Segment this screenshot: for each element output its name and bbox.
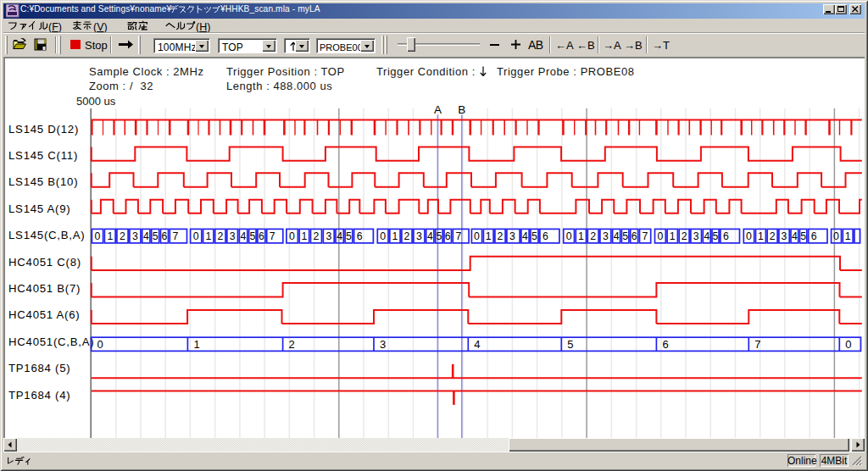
svg-text:3: 3 bbox=[416, 230, 422, 242]
svg-text:0: 0 bbox=[289, 230, 295, 242]
svg-text:3: 3 bbox=[380, 338, 386, 351]
svg-text:4: 4 bbox=[522, 230, 528, 242]
svg-text:6: 6 bbox=[632, 230, 637, 242]
svg-text:6: 6 bbox=[357, 230, 363, 242]
svg-text:TP1684 (4): TP1684 (4) bbox=[8, 389, 70, 402]
svg-text:4: 4 bbox=[704, 230, 709, 242]
svg-text:0: 0 bbox=[566, 230, 572, 242]
svg-text:3: 3 bbox=[782, 230, 787, 242]
svg-text:7: 7 bbox=[455, 230, 461, 242]
svg-text:B: B bbox=[458, 103, 465, 116]
svg-text:4: 4 bbox=[427, 230, 433, 242]
svg-text:2: 2 bbox=[682, 230, 687, 242]
svg-text:2: 2 bbox=[498, 230, 504, 242]
svg-text:HC4051 A(6): HC4051 A(6) bbox=[8, 308, 80, 321]
svg-text:5: 5 bbox=[153, 230, 159, 242]
svg-text:HC4051 C(8): HC4051 C(8) bbox=[8, 256, 81, 269]
svg-text:7: 7 bbox=[172, 230, 178, 242]
svg-text:TP1684 (5): TP1684 (5) bbox=[8, 362, 70, 374]
svg-text:0: 0 bbox=[380, 230, 386, 242]
svg-text:1: 1 bbox=[670, 230, 676, 242]
svg-text:LS145 B(10): LS145 B(10) bbox=[8, 175, 78, 188]
svg-text:4: 4 bbox=[143, 230, 149, 242]
svg-text:6: 6 bbox=[542, 230, 548, 242]
svg-text:1: 1 bbox=[193, 338, 199, 351]
svg-text:3: 3 bbox=[326, 230, 331, 242]
svg-text:7: 7 bbox=[754, 338, 760, 351]
svg-text:0: 0 bbox=[474, 230, 480, 242]
svg-text:0: 0 bbox=[193, 230, 199, 242]
svg-text:1: 1 bbox=[845, 230, 851, 242]
svg-text:LS145(C,B,A): LS145(C,B,A) bbox=[8, 229, 85, 241]
svg-text:4: 4 bbox=[241, 230, 247, 242]
svg-text:HC4051(C,B,A): HC4051(C,B,A) bbox=[8, 335, 94, 348]
svg-text:2: 2 bbox=[217, 230, 223, 242]
svg-text:0: 0 bbox=[94, 230, 100, 242]
svg-text:LS145 C(11): LS145 C(11) bbox=[8, 149, 78, 162]
svg-text:4: 4 bbox=[614, 230, 620, 242]
svg-text:4: 4 bbox=[792, 230, 798, 242]
svg-text:4: 4 bbox=[337, 230, 342, 242]
svg-text:5: 5 bbox=[437, 230, 442, 242]
svg-text:LS145 D(12): LS145 D(12) bbox=[8, 123, 79, 136]
svg-text:2: 2 bbox=[404, 230, 410, 242]
svg-text:0: 0 bbox=[657, 230, 663, 242]
svg-text:5: 5 bbox=[249, 230, 255, 242]
svg-text:1: 1 bbox=[758, 230, 764, 242]
svg-text:4: 4 bbox=[474, 338, 480, 351]
svg-text:3: 3 bbox=[132, 230, 138, 242]
svg-text:3: 3 bbox=[230, 230, 236, 242]
svg-text:6: 6 bbox=[662, 338, 668, 351]
svg-text:5: 5 bbox=[531, 230, 537, 242]
svg-text:1: 1 bbox=[302, 230, 308, 242]
svg-text:7: 7 bbox=[270, 230, 275, 242]
svg-text:1: 1 bbox=[392, 230, 398, 242]
svg-text:3: 3 bbox=[693, 230, 699, 242]
svg-text:3: 3 bbox=[509, 230, 515, 242]
svg-text:LS145 A(9): LS145 A(9) bbox=[8, 202, 70, 215]
svg-text:3: 3 bbox=[603, 230, 609, 242]
svg-text:1: 1 bbox=[578, 230, 584, 242]
svg-text:2: 2 bbox=[590, 230, 596, 242]
svg-text:1: 1 bbox=[107, 230, 113, 242]
svg-text:2: 2 bbox=[120, 230, 125, 242]
svg-text:HC4051 B(7): HC4051 B(7) bbox=[8, 282, 81, 295]
svg-text:0: 0 bbox=[833, 230, 839, 242]
svg-text:0: 0 bbox=[746, 230, 752, 242]
svg-text:6: 6 bbox=[811, 230, 817, 242]
svg-text:2: 2 bbox=[770, 230, 776, 242]
svg-text:5: 5 bbox=[713, 230, 719, 242]
svg-text:7: 7 bbox=[643, 230, 648, 242]
svg-text:1: 1 bbox=[205, 230, 211, 242]
svg-text:6: 6 bbox=[259, 230, 264, 242]
svg-text:0: 0 bbox=[97, 338, 103, 351]
svg-text:0: 0 bbox=[845, 338, 851, 351]
svg-text:2: 2 bbox=[289, 338, 295, 351]
svg-text:6: 6 bbox=[723, 230, 729, 242]
svg-text:5: 5 bbox=[346, 230, 352, 242]
svg-text:5: 5 bbox=[800, 230, 806, 242]
svg-text:6: 6 bbox=[445, 230, 451, 242]
svg-text:5: 5 bbox=[622, 230, 628, 242]
svg-text:5: 5 bbox=[567, 338, 573, 351]
svg-text:6: 6 bbox=[162, 230, 168, 242]
svg-text:2: 2 bbox=[314, 230, 320, 242]
svg-text:A: A bbox=[434, 103, 442, 116]
svg-text:1: 1 bbox=[486, 230, 492, 242]
